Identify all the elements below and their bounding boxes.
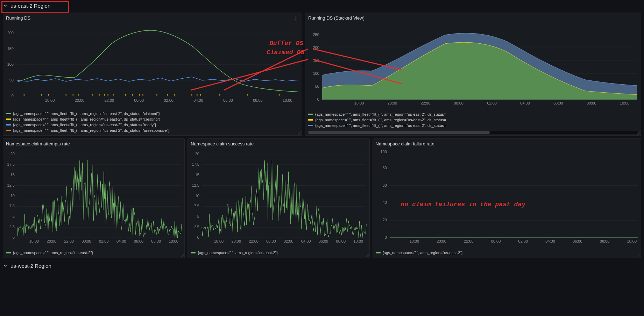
panel-claim-failure: Namespace claim failure rate 020 4060 80… [373, 138, 641, 258]
svg-point-35 [139, 94, 140, 96]
svg-point-45 [278, 94, 280, 96]
svg-point-24 [48, 94, 49, 96]
legend: {ags_namespace=" ", ams_fleet="flt_( ", … [305, 110, 641, 130]
resize-handle-icon[interactable] [637, 131, 641, 135]
svg-text:06:00: 06:00 [134, 239, 143, 243]
svg-text:20:00: 20:00 [75, 98, 84, 102]
svg-text:06:00: 06:00 [553, 101, 563, 105]
svg-text:15: 15 [195, 173, 199, 177]
svg-text:00:00: 00:00 [454, 101, 463, 105]
panel-title: Running DS [6, 15, 30, 21]
panel-running-ds-stacked: Running DS (Stacked View) 050 100150 200… [305, 13, 641, 136]
svg-text:22:00: 22:00 [249, 239, 259, 243]
svg-text:5: 5 [13, 214, 15, 218]
svg-text:22:00: 22:00 [105, 98, 114, 102]
svg-point-41 [197, 94, 198, 96]
svg-point-32 [113, 94, 114, 96]
svg-text:20:00: 20:00 [437, 239, 446, 243]
svg-text:04:00: 04:00 [116, 239, 126, 243]
svg-text:18:00: 18:00 [214, 239, 224, 243]
svg-text:50: 50 [315, 84, 319, 88]
svg-text:22:00: 22:00 [64, 239, 73, 243]
panel-title: Running DS (Stacked View) [308, 15, 365, 21]
svg-text:100: 100 [313, 71, 319, 76]
svg-text:20: 20 [10, 152, 15, 156]
panel-running-ds: Running DS 0 50 100 150 [3, 13, 302, 136]
svg-text:2.5: 2.5 [194, 225, 199, 229]
svg-text:06:00: 06:00 [223, 98, 233, 102]
svg-text:04:00: 04:00 [301, 239, 311, 243]
svg-text:04:00: 04:00 [545, 239, 555, 243]
svg-text:15: 15 [10, 173, 15, 177]
row-header-us-west-2[interactable]: us-west-2 Region [0, 260, 644, 271]
svg-text:10:00: 10:00 [627, 239, 636, 243]
svg-text:10:00: 10:00 [169, 239, 178, 243]
svg-text:18:00: 18:00 [29, 239, 39, 243]
svg-text:0: 0 [384, 235, 387, 239]
svg-text:17.5: 17.5 [192, 162, 199, 166]
svg-point-39 [174, 94, 175, 96]
panel-title: Namespace claim attempts rate [6, 141, 70, 146]
x-axis: 18:0020:0022:00 00:0002:0004:00 06:0008:… [45, 98, 292, 102]
svg-point-43 [219, 94, 220, 96]
resize-handle-icon[interactable] [181, 254, 184, 257]
legend-scrollbar[interactable] [308, 131, 638, 134]
legend-label: {ags_namespace=" ", ams_region="us-east-… [383, 250, 463, 256]
svg-text:20:00: 20:00 [232, 239, 241, 243]
svg-text:60: 60 [382, 183, 387, 187]
svg-text:08:00: 08:00 [587, 101, 596, 105]
svg-text:08:00: 08:00 [253, 98, 262, 102]
svg-text:50: 50 [9, 78, 14, 82]
chart-running-ds-stacked[interactable]: 050 100150 200250 18:0020:0022:00 00:000… [305, 23, 641, 106]
svg-point-27 [78, 94, 79, 96]
panel-claim-attempts: Namespace claim attempts rate 02.55 7.51… [3, 138, 185, 258]
svg-point-37 [156, 94, 158, 96]
svg-text:5: 5 [197, 214, 199, 218]
svg-text:02:00: 02:00 [164, 98, 173, 102]
svg-point-23 [41, 94, 42, 96]
svg-point-33 [125, 94, 126, 96]
panel-title: Namespace claim success rate [191, 141, 254, 146]
svg-text:22:00: 22:00 [464, 239, 473, 243]
svg-text:0: 0 [317, 97, 319, 101]
svg-text:0: 0 [13, 235, 15, 239]
chart-claim-failure[interactable]: 020 4060 80100 18:0020:0022:00 00:0002:0… [373, 149, 641, 243]
svg-text:18:00: 18:00 [45, 98, 55, 102]
svg-text:18:00: 18:00 [354, 101, 364, 105]
svg-text:20:00: 20:00 [388, 101, 397, 105]
svg-text:00:00: 00:00 [82, 239, 91, 243]
svg-point-2 [296, 19, 297, 20]
svg-text:06:00: 06:00 [573, 239, 582, 243]
svg-text:2.5: 2.5 [9, 225, 15, 229]
svg-text:00:00: 00:00 [267, 239, 276, 243]
svg-point-29 [99, 94, 100, 96]
chevron-down-icon [3, 263, 8, 268]
svg-text:08:00: 08:00 [336, 239, 346, 243]
svg-point-38 [167, 94, 168, 96]
svg-point-34 [132, 94, 133, 96]
svg-text:12.5: 12.5 [7, 183, 15, 187]
row-title: us-east-2 Region [10, 3, 50, 9]
chart-claim-attempts[interactable]: 02.55 7.51012.5 1517.520 18:0020:0022:00… [3, 149, 184, 243]
panel-menu-button[interactable] [293, 15, 299, 21]
svg-text:0: 0 [197, 235, 199, 239]
svg-text:10:00: 10:00 [620, 101, 629, 105]
svg-text:10: 10 [10, 194, 15, 198]
legend: {ags_namespace=" ", ams_fleet="flt_( , a… [3, 109, 302, 135]
chevron-down-icon [3, 3, 8, 8]
resize-handle-icon[interactable] [366, 254, 369, 257]
svg-point-1 [296, 17, 297, 19]
svg-text:02:00: 02:00 [284, 239, 293, 243]
svg-text:150: 150 [7, 46, 14, 51]
row-header-us-east-2[interactable]: us-east-2 Region [0, 0, 644, 11]
svg-text:40: 40 [382, 200, 387, 204]
resize-handle-icon[interactable] [298, 131, 302, 135]
row-title: us-west-2 Region [10, 263, 51, 269]
svg-point-28 [92, 94, 93, 96]
resize-handle-icon[interactable] [637, 254, 641, 257]
chart-claim-success[interactable]: 02.55 7.51012.5 1517.520 18:0020:0022:00… [188, 149, 369, 243]
svg-text:7.5: 7.5 [9, 204, 15, 208]
svg-text:02:00: 02:00 [518, 239, 528, 243]
chart-running-ds[interactable]: 0 50 100 150 200 18:0020:0022:00 00:0002… [3, 23, 302, 103]
svg-text:04:00: 04:00 [520, 101, 530, 105]
